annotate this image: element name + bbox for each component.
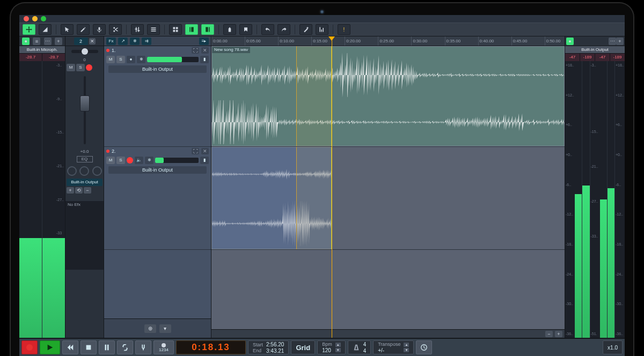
- track-volume-slider[interactable]: [155, 158, 199, 163]
- tool-gain-icon[interactable]: [39, 24, 52, 35]
- pan-slider[interactable]: [65, 46, 104, 57]
- tool-cut-icon[interactable]: [109, 24, 122, 35]
- eq-button[interactable]: EQ: [77, 156, 93, 162]
- clip-lane-2[interactable]: [211, 147, 565, 250]
- output-more-icon[interactable]: ⋯: [609, 38, 616, 45]
- add-track-icon[interactable]: ⊕: [144, 324, 156, 333]
- output-add-icon[interactable]: +: [616, 38, 624, 45]
- transpose-up-icon[interactable]: ▲: [404, 343, 409, 347]
- zoom-in-icon[interactable]: +: [555, 331, 562, 337]
- zoom-window-button[interactable]: [41, 16, 46, 21]
- close-window-button[interactable]: [24, 16, 29, 21]
- track-volume-slider[interactable]: [147, 57, 199, 62]
- playhead-cursor[interactable]: [332, 36, 332, 338]
- tool-list-icon[interactable]: [147, 24, 160, 35]
- track-expand-icon[interactable]: ⛶: [192, 148, 199, 154]
- track-close-icon[interactable]: ✕: [201, 47, 209, 54]
- redo-icon[interactable]: [277, 24, 290, 35]
- link-icon[interactable]: ⇉: [142, 38, 151, 45]
- tool-warning-icon[interactable]: !: [338, 24, 350, 35]
- loop-range-display[interactable]: Start End 2:56.20 3:43.21: [248, 340, 289, 354]
- track-mute-button[interactable]: M: [106, 56, 115, 63]
- tool-marker-icon[interactable]: [223, 24, 236, 35]
- output-arm-button[interactable]: ●: [566, 38, 574, 45]
- channel-close-icon[interactable]: ✕: [89, 38, 96, 44]
- bpm-up-icon[interactable]: ▲: [335, 343, 341, 347]
- timeline-arrange-area[interactable]: 0:00.000:05.000:10.000:15.000:20.000:25.…: [211, 36, 565, 338]
- input-menu-icon[interactable]: ≡: [33, 38, 40, 45]
- tool-region-icon[interactable]: [239, 24, 252, 35]
- track-output-label[interactable]: Built-in Output: [108, 166, 207, 174]
- audio-clip-1[interactable]: New song 78.wav: [211, 46, 565, 146]
- send-knob-3[interactable]: [92, 166, 102, 176]
- tuning-fork-icon[interactable]: [135, 340, 151, 354]
- track-output-label[interactable]: Built-in Output: [108, 65, 207, 73]
- input-arm-button[interactable]: ●: [22, 38, 30, 45]
- input-more-icon[interactable]: ⋯: [44, 38, 52, 45]
- timeline-empty-area[interactable]: [211, 250, 565, 329]
- track-record-arm-button[interactable]: [127, 157, 133, 164]
- freeze-icon[interactable]: ❄: [130, 38, 140, 45]
- tool-snap-right-icon[interactable]: [201, 24, 214, 35]
- track-mute-button[interactable]: M: [106, 157, 115, 164]
- counter-mode-button[interactable]: 1234: [153, 340, 174, 354]
- tool-chart-icon[interactable]: [316, 24, 328, 35]
- fx-panel-button[interactable]: Fx: [106, 38, 116, 45]
- bpm-display[interactable]: Bpm120 ▲▼: [317, 340, 346, 354]
- track-meter-icon[interactable]: ▮: [200, 157, 209, 164]
- channel-output-label[interactable]: Built-in Output: [67, 179, 103, 186]
- track-solo-button[interactable]: S: [116, 157, 125, 164]
- zoom-display[interactable]: x1.0: [603, 340, 623, 354]
- record-button[interactable]: [21, 340, 38, 354]
- tool-wand-icon[interactable]: [299, 24, 312, 35]
- track-expand-icon[interactable]: ⛶: [192, 47, 199, 54]
- solo-button[interactable]: S: [76, 64, 85, 71]
- channel-fader[interactable]: [65, 72, 104, 149]
- track-freeze-icon[interactable]: ❄: [137, 56, 145, 63]
- minimize-window-button[interactable]: [32, 16, 38, 21]
- grid-toggle-button[interactable]: Grid: [291, 340, 315, 354]
- track-close-icon[interactable]: ✕: [201, 148, 209, 154]
- mute-button[interactable]: M: [67, 64, 75, 71]
- fx-add-icon[interactable]: +: [67, 187, 74, 194]
- tool-mic-icon[interactable]: [93, 24, 106, 35]
- tool-move-icon[interactable]: [23, 24, 35, 35]
- stop-button[interactable]: [80, 340, 97, 354]
- audio-clip-2[interactable]: [211, 147, 332, 249]
- rewind-button[interactable]: [62, 340, 78, 354]
- zoom-out-icon[interactable]: −: [545, 331, 553, 337]
- tool-grid-icon[interactable]: [169, 24, 182, 35]
- time-ruler[interactable]: 0:00.000:05.000:10.000:15.000:20.000:25.…: [211, 36, 565, 46]
- collapse-icon[interactable]: ≡▸: [199, 38, 209, 45]
- send-knob-1[interactable]: [67, 166, 77, 176]
- bpm-down-icon[interactable]: ▼: [335, 348, 341, 352]
- transpose-display[interactable]: Transpose+/- ▲▼: [373, 340, 414, 354]
- tool-snap-left-icon[interactable]: [185, 24, 198, 35]
- clock-icon[interactable]: [416, 340, 432, 354]
- metronome-button[interactable]: 44: [348, 340, 371, 354]
- tool-mixer-icon[interactable]: [131, 24, 144, 35]
- loop-button[interactable]: [117, 340, 133, 354]
- pause-button[interactable]: [99, 340, 115, 354]
- undo-icon[interactable]: [261, 24, 274, 35]
- track-header-2[interactable]: 2. ⛶ ✕ M S 🔈 ❄ ▮: [104, 147, 211, 250]
- tool-draw-icon[interactable]: [77, 24, 90, 35]
- track-menu-icon[interactable]: ▾: [159, 324, 171, 333]
- transpose-down-icon[interactable]: ▼: [404, 348, 409, 352]
- track-meter-icon[interactable]: ▮: [200, 56, 209, 63]
- track-monitor-icon[interactable]: ●: [127, 56, 135, 63]
- clip-lane-1[interactable]: New song 78.wav: [211, 46, 565, 147]
- send-knob-2[interactable]: [79, 166, 89, 176]
- time-display[interactable]: 0:18.13: [176, 340, 246, 354]
- play-button[interactable]: [40, 340, 60, 354]
- fx-bypass-icon[interactable]: ⟲: [75, 187, 83, 194]
- track-monitor-icon[interactable]: 🔈: [135, 157, 143, 164]
- channel-number[interactable]: 2: [74, 38, 88, 45]
- track-solo-button[interactable]: S: [116, 56, 125, 63]
- input-add-icon[interactable]: +: [55, 38, 62, 45]
- record-arm-button[interactable]: [86, 64, 92, 71]
- fx-slot[interactable]: No Efx: [65, 201, 104, 269]
- fx-remove-icon[interactable]: −: [84, 187, 91, 194]
- tool-pointer-icon[interactable]: [61, 24, 74, 35]
- automation-icon[interactable]: ↗: [118, 38, 128, 45]
